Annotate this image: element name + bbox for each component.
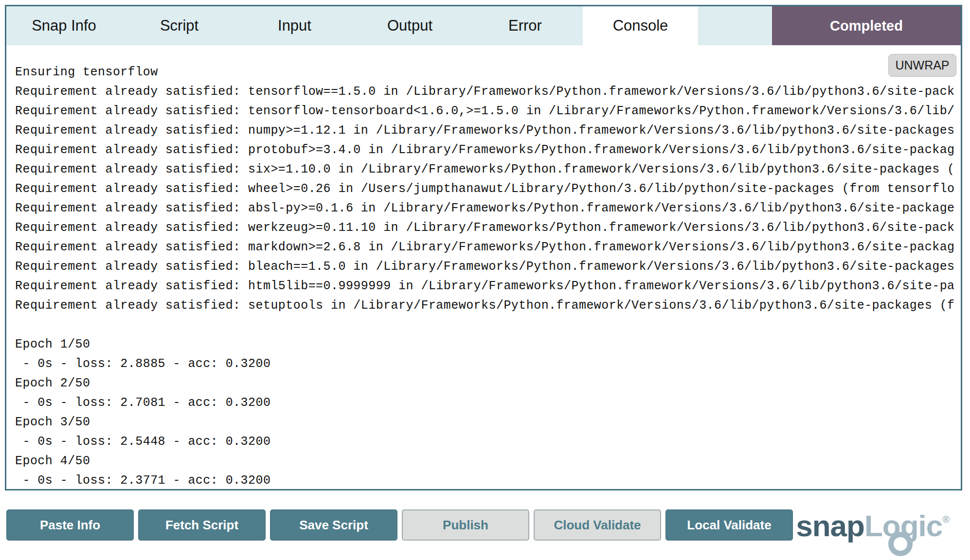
console-output[interactable]: UNWRAP Ensuring tensorflow Requirement a… bbox=[6, 45, 961, 489]
console-line: - 0s - loss: 2.8885 - acc: 0.3200 bbox=[15, 354, 961, 374]
tab-output[interactable]: Output bbox=[352, 6, 467, 45]
console-line: Requirement already satisfied: wheel>=0.… bbox=[15, 179, 961, 199]
console-line: - 0s - loss: 2.3771 - acc: 0.3200 bbox=[15, 471, 961, 489]
console-line: Ensuring tensorflow bbox=[15, 63, 961, 82]
footer-toolbar: Paste Info Fetch Script Save Script Publ… bbox=[6, 509, 793, 541]
console-line bbox=[15, 315, 961, 335]
paste-info-button[interactable]: Paste Info bbox=[6, 509, 134, 541]
publish-button[interactable]: Publish bbox=[402, 509, 529, 541]
registered-trademark-icon: ® bbox=[942, 514, 950, 525]
logo-chain-ring-icon bbox=[888, 532, 913, 556]
console-line: Epoch 3/50 bbox=[15, 413, 961, 432]
console-line: Epoch 2/50 bbox=[15, 374, 961, 393]
console-line: - 0s - loss: 2.7081 - acc: 0.3200 bbox=[15, 393, 961, 413]
console-line: - 0s - loss: 2.5448 - acc: 0.3200 bbox=[15, 432, 961, 452]
tab-script[interactable]: Script bbox=[122, 6, 237, 45]
status-badge: Completed bbox=[772, 6, 961, 45]
local-validate-button[interactable]: Local Validate bbox=[665, 509, 793, 541]
tab-list: Snap Info Script Input Output Error Cons… bbox=[6, 6, 698, 45]
console-line: Requirement already satisfied: html5lib=… bbox=[15, 277, 961, 296]
console-line: Requirement already satisfied: markdown>… bbox=[15, 238, 961, 257]
tab-console[interactable]: Console bbox=[583, 6, 698, 45]
console-log: Ensuring tensorflow Requirement already … bbox=[6, 45, 961, 489]
console-line: Requirement already satisfied: absl-py>=… bbox=[15, 199, 961, 218]
tab-error[interactable]: Error bbox=[467, 6, 583, 45]
console-line: Requirement already satisfied: numpy>=1.… bbox=[15, 121, 961, 140]
snaplogic-logo: snapLogic® bbox=[796, 502, 950, 560]
fetch-script-button[interactable]: Fetch Script bbox=[138, 509, 266, 541]
console-line: Requirement already satisfied: werkzeug>… bbox=[15, 218, 961, 238]
console-line: Epoch 1/50 bbox=[15, 335, 961, 354]
console-line: Epoch 4/50 bbox=[15, 452, 961, 471]
tab-bar: Snap Info Script Input Output Error Cons… bbox=[6, 6, 961, 45]
snap-console-panel: Snap Info Script Input Output Error Cons… bbox=[5, 5, 962, 490]
tab-spacer bbox=[698, 6, 772, 45]
tab-snap-info[interactable]: Snap Info bbox=[6, 6, 122, 45]
console-line: Requirement already satisfied: bleach==1… bbox=[15, 257, 961, 277]
console-line: Requirement already satisfied: protobuf>… bbox=[15, 140, 961, 160]
console-line: Requirement already satisfied: setuptool… bbox=[15, 296, 961, 315]
save-script-button[interactable]: Save Script bbox=[270, 509, 397, 541]
console-line: Requirement already satisfied: tensorflo… bbox=[15, 82, 961, 102]
logo-text-snap: snap bbox=[796, 509, 864, 542]
unwrap-button[interactable]: UNWRAP bbox=[888, 54, 956, 77]
console-line: Requirement already satisfied: tensorflo… bbox=[15, 102, 961, 121]
tab-input[interactable]: Input bbox=[237, 6, 352, 45]
cloud-validate-button[interactable]: Cloud Validate bbox=[534, 509, 661, 541]
console-line: Requirement already satisfied: six>=1.10… bbox=[15, 160, 961, 179]
